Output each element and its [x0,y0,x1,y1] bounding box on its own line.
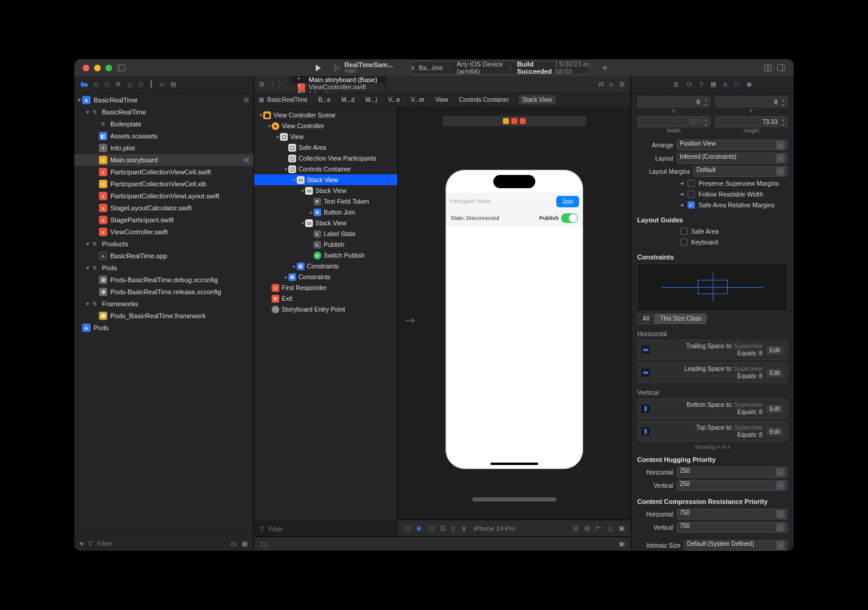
arrange-select[interactable]: Position View [677,140,788,150]
jump-bar[interactable]: ⊞BasicRealTime〉B...e〉M...d〉M...)〉V...e〉V… [254,93,631,107]
outline-row[interactable]: ▸⊞Constraints [254,271,397,282]
breadcrumb-item[interactable]: BasicRealTime [266,96,309,103]
outline-row[interactable]: FText Field Token [254,196,397,207]
zoom-icon[interactable] [106,65,112,71]
outline-row[interactable]: ▾▭Stack View [254,174,397,185]
breadcrumb-item[interactable]: M...) [364,96,379,103]
assistant-icon[interactable]: ⇄ [598,80,604,88]
layout-select[interactable]: Inferred (Constraints) [677,153,788,164]
scheme-name[interactable]: Ba...ime [418,64,442,71]
constraints-diagram[interactable] [637,263,788,311]
checkbox[interactable]: ✓ [688,201,695,209]
view-as-icon[interactable]: ◉ [416,524,422,532]
scrollbar[interactable] [472,497,556,502]
plus-icon[interactable]: + [680,180,684,187]
outline-row[interactable]: ▸BButton Join [254,207,397,218]
file-row[interactable]: ⚙︎Pods-BasicRealTime.release.xcconfig [74,286,254,298]
embed-in-icon[interactable]: ▣ [619,524,625,532]
symbol-icon[interactable]: ◇ [104,80,109,88]
join-button[interactable]: Join [556,196,579,207]
hug-v-field[interactable]: 250 [677,480,788,491]
outline-row[interactable]: ●Switch Publish [254,250,397,261]
edit-button[interactable]: Edit [766,346,783,355]
plus-icon[interactable]: + [680,201,684,209]
library-icon[interactable] [764,64,772,72]
breadcrumb-item[interactable]: View [434,96,450,103]
editor-tab[interactable]: sViewController.swift [290,83,386,90]
breadcrumb-item[interactable]: V...e [387,96,402,103]
width-field[interactable]: 377▴▾ [637,116,710,127]
size-inspector-icon[interactable]: ▷ [734,80,739,88]
source-control-icon[interactable]: ⎋ [94,81,98,88]
recent-icon[interactable]: ◷ [231,540,238,547]
search-icon[interactable]: 🔍︎ [115,81,122,88]
test-icon[interactable]: ◇ [138,80,143,88]
outline-row[interactable]: ▾▭Stack View [254,218,397,228]
scene-header[interactable] [442,116,586,126]
size-class-segment[interactable]: All This Size Class [637,313,788,324]
project-root[interactable]: ▾A BasicRealTime M [74,94,254,106]
file-row[interactable]: ⚙︎Pods-BasicRealTime.debug.xcconfig [74,274,254,286]
file-inspector-icon[interactable]: 📄︎ [673,81,679,88]
file-row[interactable]: 🧰︎Pods_BasicRealTime.framework [74,310,254,322]
outline-row[interactable]: LPublish [254,239,397,250]
scm-filter-icon[interactable]: ▦ [242,540,249,547]
destination[interactable]: Any iOS Device (arm64) [457,61,504,75]
debug-icon[interactable]: ┃ [149,80,153,88]
comp-h-field[interactable]: 750 [677,509,788,520]
issue-icon[interactable]: △ [128,80,132,88]
file-row[interactable]: APods [74,322,254,334]
breadcrumb-item[interactable]: Controls Container [458,96,510,103]
interface-builder-canvas[interactable]: Participant Token Join State: Disconnect… [398,107,631,520]
outline-toggle-icon[interactable]: ▢ [404,524,410,532]
edit-button[interactable]: Edit [766,427,783,436]
x-field[interactable]: 8▴▾ [637,96,710,107]
history-inspector-icon[interactable]: ◷ [686,80,692,88]
outline-row[interactable]: ▾▦View Controller Scene [254,110,397,120]
file-row[interactable]: XParticipantCollectionViewCell.xib [74,178,254,190]
checkbox[interactable] [688,191,695,198]
constraint-item[interactable]: Bottom Space to: Superview Equals: 8 Edi… [637,398,788,419]
zoom-icon[interactable]: ▯ [451,524,455,532]
inspector-toggle-icon[interactable] [777,64,785,72]
token-input[interactable]: Participant Token [450,198,553,204]
add-editor-icon[interactable]: ⊞ [619,80,625,88]
plus-icon[interactable]: + [79,539,84,548]
checkbox[interactable] [680,228,688,235]
scheme-selector[interactable]: RealTimeSam... main [327,61,399,74]
folder-icon[interactable] [80,80,88,88]
hug-h-field[interactable]: 250 [677,467,788,478]
file-row[interactable]: ▾📁︎Frameworks [74,298,254,310]
file-row[interactable]: sViewController.swift [74,226,254,238]
file-row[interactable]: XMain.storyboardM [74,154,254,166]
related-items-icon[interactable]: ⊞ [259,80,264,88]
editor-tab[interactable]: •Main.storyboard (Base) [290,76,386,83]
file-row[interactable]: 📁︎Boilerplate [74,118,254,130]
constraint-item[interactable]: Top Space to: Superview Equals: 8 Edit [637,421,788,442]
y-field[interactable]: 8▴▾ [715,96,788,107]
outline-row[interactable]: LLabel State [254,228,397,239]
minimize-icon[interactable] [94,65,101,71]
device-label[interactable]: iPhone 14 Pro [474,525,516,532]
outline-row[interactable]: →Storyboard Entry Point [254,304,397,315]
adjust-icon[interactable]: ≡ [610,81,613,88]
file-row[interactable]: ▾📁︎Products [74,238,254,250]
resolve-icon[interactable]: △ [608,524,613,532]
outline-row[interactable]: 1First Responder [254,282,397,293]
document-outline[interactable]: ▾▦View Controller Scene▾●View Controller… [254,107,398,521]
align-icon[interactable]: ⊟ [584,524,590,532]
plus-icon[interactable] [601,64,609,72]
file-row[interactable]: sParticipantCollectionViewLayout.swift [74,190,254,202]
file-row[interactable]: ≡Info.plist [74,142,254,154]
file-row[interactable]: sStageLayoutCalculator.swift [74,202,254,214]
run-icon[interactable] [314,64,323,73]
file-row[interactable]: sParticipantCollectionViewCell.swift [74,166,254,178]
breadcrumb-item[interactable]: Stack View [519,95,555,104]
file-row[interactable]: ◧Assets.xcassets [74,130,254,142]
console-toggle-icon[interactable]: ▢ [260,540,266,548]
outline-row[interactable]: ▢Safe Area [254,142,397,153]
outline-row[interactable]: ▾▢Controls Container [254,164,397,174]
height-field[interactable]: 73.33▴▾ [715,116,788,127]
close-icon[interactable] [83,65,89,71]
identity-inspector-icon[interactable]: ▦ [710,80,716,88]
